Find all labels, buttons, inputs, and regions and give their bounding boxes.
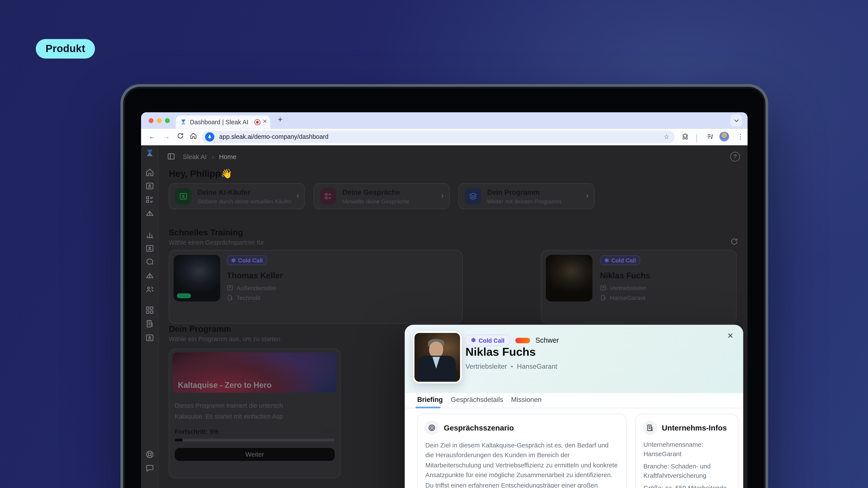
- sidebar-contacts-icon[interactable]: [145, 182, 154, 190]
- training-card-niklas[interactable]: ❄Cold Call Niklas Fuchs Vertriebsleiter …: [541, 250, 737, 324]
- card-title: Dein Programm: [487, 188, 540, 196]
- home-icon[interactable]: [190, 132, 197, 141]
- difficulty-label: Schwer: [535, 336, 559, 345]
- training-card-thomas[interactable]: ❄Cold Call Thomas Keller Außendienstlei …: [169, 250, 463, 324]
- forward-icon[interactable]: →: [163, 132, 170, 140]
- traffic-zoom-button[interactable]: [165, 118, 170, 123]
- recording-indicator-icon: [254, 119, 260, 125]
- sidebar-support-icon[interactable]: [145, 450, 154, 459]
- breadcrumb-separator: ›: [212, 153, 214, 161]
- media-controls-icon[interactable]: [706, 133, 714, 143]
- snowflake-icon: ❄: [231, 257, 236, 263]
- company-info-card: Unternehms-Infos Unternehmensname: Hanse…: [636, 414, 739, 488]
- card-gespraeche[interactable]: Deine Gespräche Verwalte deine Gespräche…: [314, 183, 450, 209]
- progress-count: 3/62: [321, 428, 334, 435]
- partner-company-row: HanseGarant: [600, 295, 650, 301]
- toolbar-divider: |: [695, 133, 698, 143]
- sidebar-personas-icon[interactable]: [145, 333, 154, 342]
- active-tab-underline: [415, 407, 440, 408]
- profile-avatar[interactable]: [719, 132, 729, 142]
- back-icon[interactable]: ←: [149, 132, 156, 140]
- sidebar-buyers-icon[interactable]: [145, 244, 154, 253]
- scenario-card: Gesprächsszenario Dein Ziel in diesem Ka…: [417, 414, 627, 488]
- product-kicker-badge: Produkt: [36, 39, 95, 59]
- program-card[interactable]: Kaltaquise - Zero to Hero Dieses Program…: [169, 349, 341, 479]
- tab-title: Dashboard | Sleak AI: [190, 119, 251, 125]
- refresh-icon[interactable]: [730, 237, 739, 246]
- modal-company: HanseGarant: [517, 363, 557, 370]
- weiter-button[interactable]: Weiter: [175, 448, 335, 461]
- partner-role: Vertriebsleiter: [610, 285, 646, 291]
- laptop-frame: Dashboard | Sleak AI ✕ + ← →: [120, 84, 768, 488]
- sidebar-feedback-icon[interactable]: [145, 464, 154, 473]
- sidebar-company-icon[interactable]: [145, 320, 154, 328]
- cold-call-badge: ❄ Cold Call: [465, 335, 510, 346]
- program-section-subtitle: Wähle ein Programm aus, um zu starten: [169, 336, 281, 342]
- partner-detail-modal: ❄ Cold Call Schwer Niklas Fuchs Vertrieb…: [405, 325, 743, 488]
- card-ki-kaeufer[interactable]: Deine KI-Käufer Stöbere durch deine virt…: [169, 183, 305, 209]
- partner-company-row: Technolit: [227, 295, 283, 301]
- sidebar-prism-icon[interactable]: [145, 209, 154, 218]
- modal-tabs: Briefing Gesprächsdetails Missionen: [405, 393, 743, 409]
- status-badge: [177, 293, 191, 298]
- partner-photo: [174, 255, 220, 301]
- progress-label: Fortschritt: 5%: [175, 428, 219, 435]
- info-line: Unternehmensname: HanseGarant: [643, 440, 731, 459]
- tab-gespraechsdetails[interactable]: Gesprächsdetails: [451, 396, 503, 403]
- card-subtitle: Stöbere durch deine virtuellen Käufer: [197, 198, 291, 204]
- sleak-logo-icon: [145, 149, 154, 157]
- extensions-icon[interactable]: [681, 133, 689, 143]
- browser-tab-active[interactable]: Dashboard | Sleak AI ✕: [176, 116, 270, 129]
- modal-role: Vertriebsleiter: [465, 363, 507, 370]
- sleak-logo-icon: [180, 119, 187, 126]
- card-programm[interactable]: Dein Programm Weiter mit deinem Programm…: [459, 183, 595, 209]
- tab-close-icon[interactable]: ✕: [262, 118, 267, 124]
- browser-tabstrip: Dashboard | Sleak AI ✕ +: [141, 112, 748, 129]
- tab-missionen[interactable]: Missionen: [511, 396, 541, 403]
- difficulty-meter: [516, 337, 530, 343]
- modal-partner-name: Niklas Fuchs: [465, 346, 536, 359]
- modal-partner-photo: [413, 331, 462, 384]
- traffic-close-button[interactable]: [149, 118, 154, 123]
- sidebar-list-icon[interactable]: [145, 195, 154, 204]
- breadcrumb-page: Home: [219, 153, 236, 161]
- url-bar[interactable]: app.sleak.ai/demo-company/dashboard ☆: [202, 131, 675, 143]
- program-section-title: Dein Programm: [169, 324, 231, 334]
- sidebar-home-icon[interactable]: [145, 168, 154, 177]
- traffic-minimize-button[interactable]: [157, 118, 162, 123]
- tab-search-chevron-button[interactable]: [730, 115, 742, 126]
- browser-menu-icon[interactable]: ⋮: [737, 133, 744, 140]
- breadcrumb: Sleak AI › Home: [183, 153, 237, 161]
- voice-search-icon[interactable]: [205, 132, 214, 142]
- cold-call-badge: ❄Cold Call: [600, 256, 640, 265]
- bookmark-star-icon[interactable]: ☆: [663, 133, 670, 140]
- sidebar-analytics-icon[interactable]: [145, 231, 154, 239]
- program-icon: [465, 188, 481, 204]
- card-title: Deine Gespräche: [342, 188, 400, 196]
- target-icon: [425, 421, 439, 435]
- partner-name: Niklas Fuchs: [600, 271, 650, 280]
- close-icon[interactable]: ✕: [727, 331, 734, 340]
- progress-fill: [175, 439, 183, 442]
- greeting-title: Hey, Philipp👋: [169, 168, 232, 180]
- modal-partner-subtitle: Vertriebsleiter•HanseGarant: [465, 363, 557, 370]
- reload-icon[interactable]: [177, 132, 184, 141]
- breadcrumb-app[interactable]: Sleak AI: [183, 153, 207, 161]
- progress-bar: [175, 439, 335, 442]
- card-title: Deine KI-Käufer: [197, 188, 250, 196]
- new-tab-button[interactable]: +: [278, 115, 282, 124]
- help-icon[interactable]: ?: [730, 152, 740, 162]
- partner-role: Außendienstlei: [237, 285, 276, 291]
- dot-separator: •: [511, 363, 513, 370]
- sidebar-toggle-icon[interactable]: [167, 153, 175, 161]
- program-desc-line2: Kalaquise. Es startet mit einfachen Asp: [175, 413, 335, 420]
- scenario-text: Dein Ziel in diesem Kaltakquise-Gespräch…: [425, 440, 618, 488]
- sidebar-team-icon[interactable]: [145, 285, 154, 294]
- hero-background: Produkt Dashboard | Sleak AI ✕ +: [0, 0, 868, 488]
- snowflake-icon: ❄: [604, 257, 609, 263]
- program-desc-line1: Dieses Programm trainiert die untersch: [175, 402, 335, 409]
- sidebar-chat-icon[interactable]: [145, 258, 154, 266]
- tab-briefing[interactable]: Briefing: [417, 396, 443, 403]
- sidebar-apps-icon[interactable]: [145, 306, 154, 315]
- sidebar-prism2-icon[interactable]: [145, 272, 154, 281]
